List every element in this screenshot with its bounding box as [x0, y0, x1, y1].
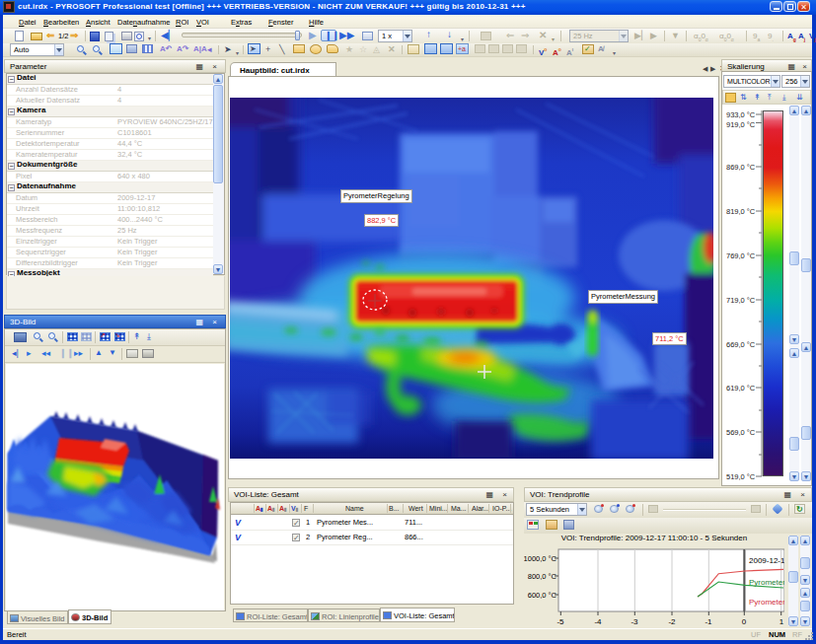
svg-text:-5: -5 — [556, 617, 564, 626]
svg-text:-3: -3 — [631, 617, 638, 626]
svg-text:800,0 °C: 800,0 °C — [528, 572, 557, 581]
svg-text:0: 0 — [742, 617, 747, 626]
svg-text:2009-12-17: 2009-12-17 — [749, 556, 784, 565]
svg-text:-2: -2 — [668, 617, 676, 626]
svg-text:Pyrometer M: Pyrometer M — [749, 578, 784, 587]
svg-text:1000,0 °C: 1000,0 °C — [524, 554, 557, 563]
svg-text:Pyrometer R: Pyrometer R — [749, 598, 784, 607]
svg-text:-1: -1 — [705, 617, 712, 626]
svg-text:-4: -4 — [594, 617, 602, 626]
svg-text:1: 1 — [779, 617, 784, 626]
svg-text:600,0 °C: 600,0 °C — [528, 591, 557, 600]
